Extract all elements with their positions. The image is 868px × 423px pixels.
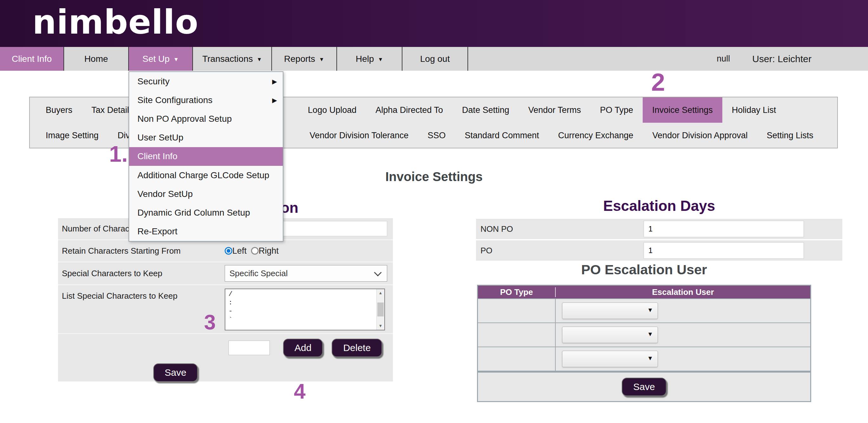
- escalation-user-column-header: Escalation User: [556, 287, 810, 297]
- escalation-user-select[interactable]: ▼: [562, 351, 658, 367]
- menu-item[interactable]: Client Info ▶: [129, 147, 283, 166]
- escalation-user-cell: ▼: [556, 327, 810, 343]
- tab-label: Standard Comment: [465, 131, 539, 140]
- add-delete-row: Add Delete: [58, 334, 393, 361]
- list-item[interactable]: -: [225, 307, 376, 316]
- tab-label: Currency Exchange: [558, 131, 633, 140]
- tab-label: Setting Lists: [767, 131, 813, 140]
- settings-tab[interactable]: Holiday List: [722, 97, 786, 123]
- escalation-days-title: Escalation Days: [476, 197, 842, 214]
- list-item[interactable]: :: [225, 298, 376, 307]
- nav-item-label: Help: [356, 54, 374, 64]
- listbox-scrollbar[interactable]: ▲ ▼: [376, 289, 384, 330]
- settings-tab[interactable]: Vendor Terms: [519, 97, 590, 123]
- escalation-user-select[interactable]: ▼: [562, 327, 658, 343]
- escalation-user-cell: ▼: [556, 351, 810, 367]
- nav-item[interactable]: Help ▼: [337, 47, 402, 71]
- setup-dropdown-menu: Security ▶ Site Configurations ▶ Non PO …: [128, 71, 283, 241]
- nimbello-logo: nimbello: [32, 3, 199, 41]
- chevron-down-icon: ▼: [173, 57, 179, 63]
- menu-item[interactable]: Site Configurations ▶: [129, 91, 283, 109]
- radio-right-label: Right: [259, 246, 279, 256]
- nav-item[interactable]: Home ▼: [64, 47, 129, 71]
- menu-item-label: Client Info: [137, 151, 178, 161]
- chevron-down-icon: ▼: [378, 57, 383, 63]
- retain-characters-row: Retain Characters Starting From Left Rig…: [58, 240, 393, 263]
- po-table-header: PO Type Escalation User: [478, 286, 810, 298]
- settings-tab[interactable]: Alpha Directed To: [366, 97, 453, 123]
- list-item[interactable]: `: [225, 316, 376, 324]
- app-window: nimbello Client Info ▼ Home ▼ Set Up: [0, 0, 868, 423]
- settings-tab[interactable]: Date Setting: [453, 97, 519, 123]
- settings-tab[interactable]: Image Setting: [36, 123, 108, 148]
- po-table-save-row: Save: [478, 371, 810, 401]
- po-type-cell: [478, 323, 556, 347]
- escalation-row: PO: [476, 240, 842, 261]
- list-item[interactable]: /: [225, 290, 376, 298]
- menu-item[interactable]: Security ▶: [129, 72, 283, 91]
- menu-item[interactable]: Non PO Approval Setup ▶: [129, 109, 283, 128]
- special-characters-listbox[interactable]: / : - ` ▲ ▼: [225, 289, 385, 330]
- status-text: null: [717, 54, 730, 64]
- menu-item[interactable]: User SetUp ▶: [129, 128, 283, 147]
- special-characters-label: Special Characters to Keep: [58, 268, 225, 279]
- nav-items: Client Info ▼ Home ▼ Set Up ▼ Tr: [0, 47, 468, 71]
- menu-item-label: Security: [137, 76, 169, 87]
- settings-tab[interactable]: PO Type: [591, 97, 643, 123]
- menu-item[interactable]: Re-Export ▶: [129, 222, 283, 241]
- settings-tab[interactable]: SSO: [418, 123, 455, 148]
- settings-tab[interactable]: Buyers: [36, 97, 82, 123]
- scroll-down-icon[interactable]: ▼: [377, 322, 384, 330]
- menu-item-label: Dynamic Grid Column Setup: [137, 208, 250, 218]
- settings-tab[interactable]: Setting Lists: [757, 123, 823, 148]
- po-escalation-save-button[interactable]: Save: [622, 378, 666, 396]
- po-type-cell: [478, 299, 556, 323]
- tab-label: Tax Details: [91, 105, 133, 115]
- nav-item[interactable]: Reports ▼: [272, 47, 337, 71]
- step-annotation-2: 2: [651, 68, 665, 97]
- po-table-row: ▼: [478, 347, 810, 371]
- settings-tab[interactable]: Vendor Division Approval: [643, 123, 757, 148]
- menu-item[interactable]: Additional Charge GLCode Setup ▶: [129, 166, 283, 185]
- tab-label: Vendor Terms: [528, 105, 581, 115]
- settings-tab[interactable]: Invoice Settings: [643, 97, 722, 123]
- po-escalation-user-title: PO Escalation User: [477, 262, 811, 278]
- scrollbar-thumb[interactable]: [377, 302, 384, 317]
- tab-label: Buyers: [46, 105, 72, 115]
- radio-left[interactable]: [225, 247, 232, 255]
- settings-tab[interactable]: Standard Comment: [455, 123, 549, 148]
- delete-button[interactable]: Delete: [332, 339, 382, 357]
- menu-item-label: User SetUp: [137, 133, 183, 143]
- escalation-row: NON PO: [476, 219, 842, 239]
- menu-item-label: Additional Charge GLCode Setup: [137, 170, 270, 181]
- menu-item-label: Vendor SetUp: [137, 189, 193, 199]
- nav-item[interactable]: Set Up ▼: [129, 47, 193, 71]
- tab-label: Logo Upload: [308, 105, 356, 115]
- settings-tab[interactable]: Logo Upload: [298, 97, 366, 123]
- chevron-down-icon: ▼: [319, 57, 324, 63]
- truncation-save-button[interactable]: Save: [153, 363, 198, 382]
- po-escalation-table: PO Type Escalation User ▼: [477, 285, 811, 402]
- submenu-arrow-icon: ▶: [272, 96, 277, 104]
- settings-tab[interactable]: Currency Exchange: [549, 123, 643, 148]
- po-type-cell: [478, 347, 556, 371]
- truncation-form-panel: Number of Characte Retain Characters Sta…: [58, 218, 393, 382]
- escalation-user-select[interactable]: ▼: [562, 302, 658, 319]
- tab-label: PO Type: [600, 105, 633, 115]
- menu-item[interactable]: Dynamic Grid Column Setup ▶: [129, 203, 283, 222]
- nav-item[interactable]: Transactions ▼: [193, 47, 272, 71]
- new-character-input[interactable]: [228, 340, 270, 355]
- chevron-down-icon: ▼: [257, 57, 262, 63]
- radio-right[interactable]: [251, 247, 259, 255]
- settings-tab[interactable]: Vendor Division Tolerance: [300, 123, 418, 148]
- add-button[interactable]: Add: [283, 339, 323, 357]
- escalation-days-input[interactable]: [644, 242, 804, 259]
- main-navbar: Client Info ▼ Home ▼ Set Up ▼ Tr: [0, 47, 868, 71]
- special-characters-select[interactable]: Specific Special: [225, 265, 387, 282]
- nav-item[interactable]: Log out ▼: [402, 47, 468, 71]
- app-header: nimbello: [0, 0, 868, 47]
- scroll-up-icon[interactable]: ▲: [377, 289, 384, 297]
- escalation-days-input[interactable]: [644, 221, 804, 237]
- nav-item[interactable]: Client Info ▼: [0, 47, 64, 71]
- menu-item[interactable]: Vendor SetUp ▶: [129, 185, 283, 203]
